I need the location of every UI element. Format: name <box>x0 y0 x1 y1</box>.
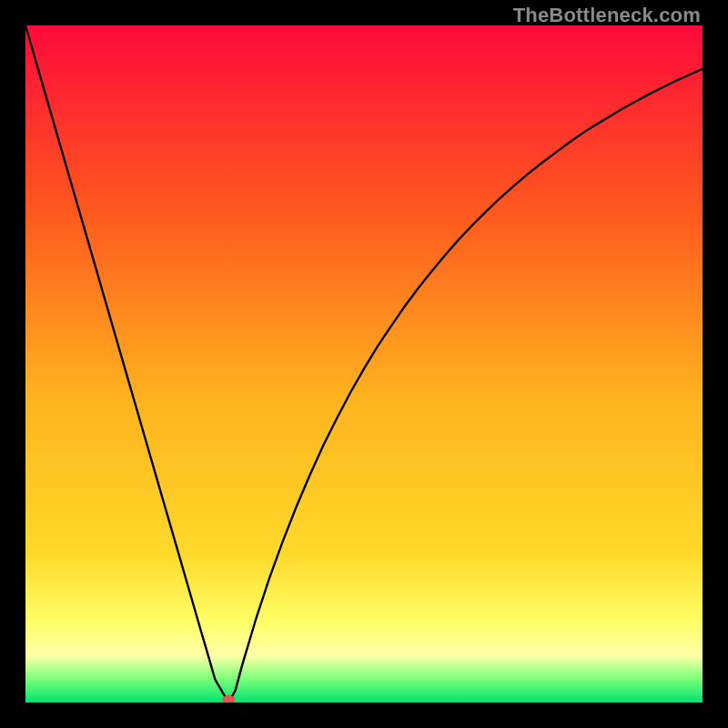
gradient-background <box>25 25 703 703</box>
chart-frame <box>25 25 703 703</box>
watermark-text: TheBottleneck.com <box>513 4 701 27</box>
bottleneck-curve-plot <box>25 25 703 703</box>
